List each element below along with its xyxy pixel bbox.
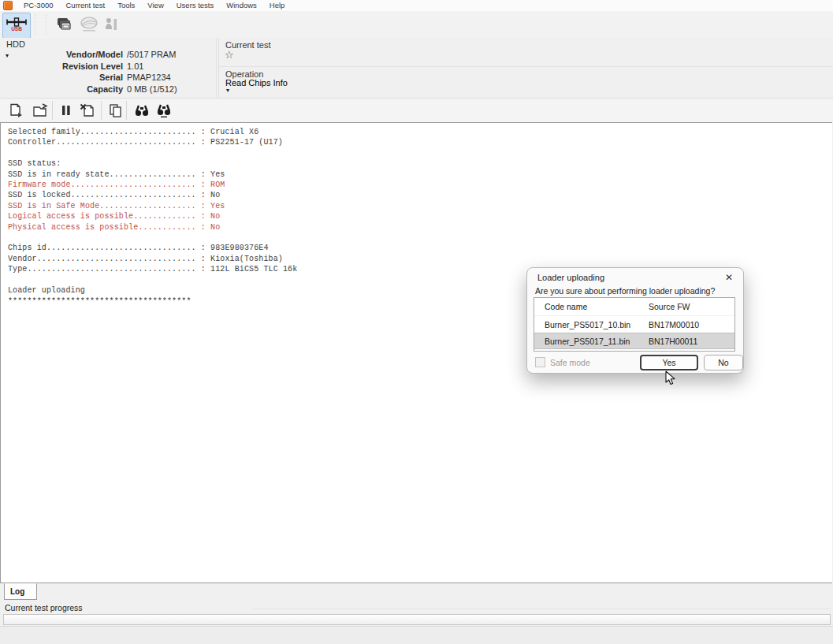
close-icon[interactable]: ✕ xyxy=(723,271,735,284)
resources-globe-button[interactable] xyxy=(79,15,99,34)
stop-test-icon xyxy=(80,103,97,118)
resources-globe-icon xyxy=(80,17,99,32)
utility-cards-button[interactable] xyxy=(54,15,74,34)
toolbar-separator xyxy=(35,14,35,35)
pause-test-icon xyxy=(61,105,71,116)
panel-divider xyxy=(219,66,833,67)
hdd-info-row: Capacity0 MB (1/512) xyxy=(0,84,213,95)
exit-user-icon xyxy=(103,17,119,32)
find-button[interactable] xyxy=(132,101,151,120)
menu-item-windows[interactable]: Windows xyxy=(220,0,263,11)
log-line: SSD status: xyxy=(8,158,832,169)
log-line: SSD is locked.......................... … xyxy=(8,190,832,200)
label-rule xyxy=(252,609,831,609)
save-log-button[interactable] xyxy=(30,101,49,120)
copy-button[interactable] xyxy=(106,101,125,120)
dialog-title: Loader uploading xyxy=(537,273,604,282)
hdd-info-row: SerialPMAP1234 xyxy=(0,72,213,84)
toolbar-separator xyxy=(126,101,127,120)
dialog-prompt: Are you sure about performing loader upl… xyxy=(535,286,715,296)
hdd-info-value: 0 MB (1/512) xyxy=(127,84,177,94)
hdd-panel-title: HDD xyxy=(6,39,25,49)
log-line: Selected family........................ … xyxy=(8,127,832,137)
checkbox-box-icon xyxy=(535,357,545,367)
find-next-icon xyxy=(157,104,171,117)
loader-source-fw: BN17H00011 xyxy=(649,337,697,346)
operation-expand-icon[interactable]: ▾ xyxy=(226,87,229,94)
hdd-info-label: Capacity xyxy=(0,84,127,94)
no-button[interactable]: No xyxy=(704,355,743,370)
operation-value[interactable]: Read Chips Info xyxy=(225,78,288,87)
safe-mode-label: Safe mode xyxy=(550,358,590,367)
hdd-info-value: 1.01 xyxy=(127,61,143,71)
log-line xyxy=(8,233,832,243)
find-next-button[interactable] xyxy=(154,101,173,120)
find-icon xyxy=(135,105,149,117)
menu-item-users-tests[interactable]: Users tests xyxy=(170,0,221,11)
column-header-code-name: Code name xyxy=(534,302,649,311)
stop-test-button[interactable] xyxy=(79,101,98,120)
utility-cards-icon xyxy=(55,17,73,32)
loader-code-name: Burner_PS5017_11.bin xyxy=(534,337,649,346)
loader-row[interactable]: Burner_PS5017_10.binBN17M00010 xyxy=(534,316,734,333)
loader-source-fw: BN17M00010 xyxy=(649,320,699,329)
log-line: SSD is in Safe Mode.................... … xyxy=(8,201,832,211)
pc3000-app-icon xyxy=(3,1,13,10)
log-line: Vendor................................. … xyxy=(8,254,832,264)
menu-item-tools[interactable]: Tools xyxy=(111,0,141,11)
menu-items: PC-3000Current testToolsViewUsers testsW… xyxy=(17,0,291,11)
log-line: Physical access is possible............ … xyxy=(8,222,832,233)
exit-user-button[interactable] xyxy=(101,15,121,34)
hdd-panel: HDD ▾ Vendor/Model/5017 PRAMRevision Lev… xyxy=(0,38,217,99)
toolbar-separator xyxy=(46,14,46,35)
usb-adapter-button[interactable]: USB xyxy=(2,13,31,39)
main-toolbar: USB xyxy=(0,11,833,39)
hdd-info-rows: Vendor/Model/5017 PRAMRevision Level1.01… xyxy=(0,49,213,95)
current-test-panel: Current test ☆ Operation Read Chips Info… xyxy=(218,38,833,99)
hdd-info-value: PMAP1234 xyxy=(127,73,171,82)
safe-mode-checkbox[interactable]: Safe mode xyxy=(535,357,590,367)
log-line: Chips id............................... … xyxy=(8,243,832,253)
listbox-header: Code nameSource FW xyxy=(534,298,734,316)
menu-item-help[interactable]: Help xyxy=(263,0,292,11)
hdd-info-row: Revision Level1.01 xyxy=(0,61,213,73)
favorite-star-icon[interactable]: ☆ xyxy=(225,49,234,61)
dialog-footer: Safe mode Yes No xyxy=(534,355,737,370)
menu-item-view[interactable]: View xyxy=(141,0,169,11)
test-toolbar xyxy=(0,99,833,122)
status-footer xyxy=(0,626,833,644)
save-log-icon xyxy=(32,103,48,118)
hdd-info-row: Vendor/Model/5017 PRAM xyxy=(0,49,213,61)
loader-row[interactable]: Burner_PS5017_11.binBN17H00011 xyxy=(534,333,734,349)
mouse-cursor-icon xyxy=(665,370,677,386)
log-line: Firmware mode.......................... … xyxy=(8,180,832,190)
tab-log[interactable]: Log xyxy=(4,583,37,600)
menu-item-current-test[interactable]: Current test xyxy=(60,0,112,11)
pause-test-button[interactable] xyxy=(57,101,76,120)
hdd-info-value: /5017 PRAM xyxy=(127,50,176,59)
open-log-icon xyxy=(8,103,24,118)
copy-icon xyxy=(108,103,123,118)
log-line xyxy=(8,148,832,158)
progress-label: Current test progress xyxy=(5,603,83,612)
toolbar-separator xyxy=(101,101,102,120)
open-log-button[interactable] xyxy=(6,101,25,120)
yes-button[interactable]: Yes xyxy=(640,355,698,370)
loader-listbox[interactable]: Code nameSource FWBurner_PS5017_10.binBN… xyxy=(534,297,735,352)
hdd-info-label: Serial xyxy=(0,73,127,82)
loader-code-name: Burner_PS5017_10.bin xyxy=(534,320,649,329)
log-line: Logical access is possible............. … xyxy=(8,211,832,221)
log-line: Controller............................. … xyxy=(8,137,832,147)
loader-uploading-dialog: Loader uploading ✕ Are you sure about pe… xyxy=(526,267,744,374)
menu-item-pc-3000[interactable]: PC-3000 xyxy=(17,0,60,11)
usb-label: USB xyxy=(3,27,30,32)
toolbar-separator xyxy=(52,101,53,120)
hdd-info-label: Revision Level xyxy=(0,61,127,71)
info-panels: HDD ▾ Vendor/Model/5017 PRAMRevision Lev… xyxy=(0,38,833,99)
menu-bar: PC-3000Current testToolsViewUsers testsW… xyxy=(0,0,833,11)
log-line: SSD is in ready state.................. … xyxy=(8,169,832,180)
current-test-progress-bar xyxy=(3,614,831,625)
column-header-source-fw: Source FW xyxy=(649,302,690,311)
hdd-info-label: Vendor/Model xyxy=(0,50,127,59)
